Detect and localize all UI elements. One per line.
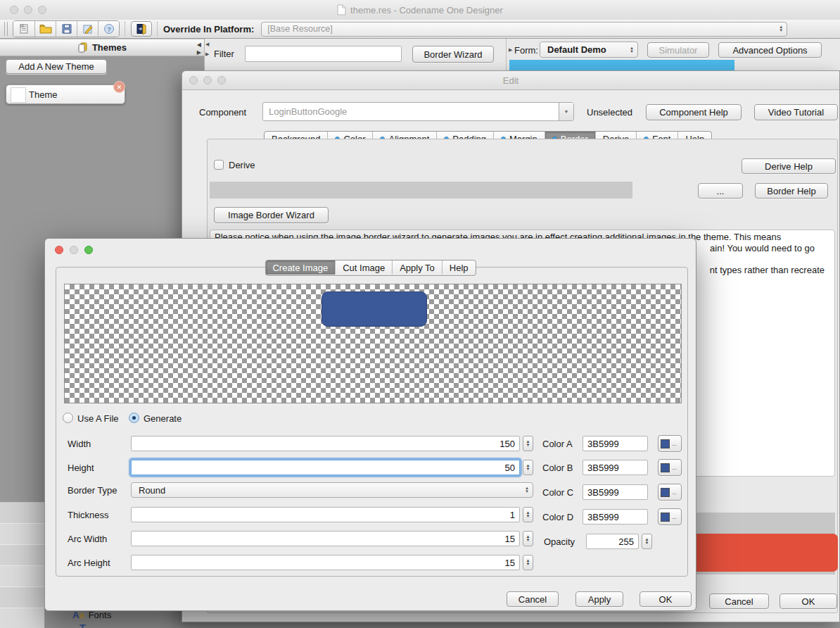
override-platform-select[interactable]: [Base Resource]	[261, 22, 787, 37]
edit-button[interactable]	[77, 21, 98, 37]
wizard-ok-button[interactable]: OK	[639, 591, 692, 607]
tab-scroll-arrows[interactable]: ◀ ▶	[197, 42, 201, 56]
wizard-cancel-label: Cancel	[518, 594, 547, 605]
theme-close-icon[interactable]	[113, 81, 125, 93]
color-d-picker-button[interactable]	[658, 508, 682, 525]
color-d-input[interactable]	[583, 509, 648, 525]
override-platform-value: [Base Resource]	[262, 24, 332, 34]
dialog-zoom-button[interactable]	[84, 246, 93, 254]
tab-cut-image[interactable]: Cut Image	[335, 260, 392, 275]
color-b-input[interactable]	[583, 460, 648, 475]
opacity-spinner[interactable]	[642, 534, 652, 549]
exit-button[interactable]	[131, 21, 152, 37]
add-new-theme-label: Add A New Theme	[18, 61, 94, 72]
form-stepper-icon	[626, 46, 637, 54]
arc-height-input[interactable]	[131, 555, 520, 570]
color-a-picker-button[interactable]	[658, 435, 682, 452]
theme-tab[interactable]: Theme	[6, 84, 125, 104]
color-a-label: Color A	[542, 439, 573, 449]
border-wizard-button[interactable]: Border Wizard	[412, 46, 494, 63]
border-type-stepper-icon	[521, 486, 533, 494]
component-dropdown-button[interactable]: ▼	[559, 103, 573, 120]
arc-width-label: Arc Width	[68, 534, 107, 544]
image-border-wizard-label: Image Border Wizard	[228, 210, 314, 220]
edit-titlebar: Edit	[182, 71, 839, 90]
toolbar-grip[interactable]	[4, 22, 8, 36]
table-row[interactable]	[0, 545, 44, 566]
image-border-wizard-button[interactable]: Image Border Wizard	[214, 207, 329, 223]
themes-icon	[77, 42, 88, 53]
video-tutorial-label: Video Tutorial	[768, 107, 824, 118]
dialog-close-button[interactable]	[55, 246, 63, 254]
form-label: Form:	[514, 45, 538, 56]
form-collapse-icon[interactable]: ▶	[509, 47, 512, 52]
tab-help[interactable]: Help	[442, 260, 476, 275]
video-tutorial-button[interactable]: Video Tutorial	[754, 104, 838, 120]
simulator-button[interactable]: Simulator	[647, 42, 709, 58]
border-help-button[interactable]: Border Help	[755, 183, 828, 199]
dialog-minimize-button[interactable]	[70, 246, 78, 254]
derive-checkbox[interactable]	[214, 160, 224, 170]
help-button[interactable]: ?	[98, 21, 119, 37]
use-a-file-radio[interactable]	[63, 413, 73, 423]
help-icon: ?	[103, 23, 115, 34]
color-a-swatch	[661, 439, 670, 448]
edit-cancel-button[interactable]: Cancel	[709, 594, 769, 609]
derive-checkbox-label: Derive	[229, 160, 255, 170]
arc-height-spinner[interactable]	[523, 555, 533, 570]
save-button[interactable]	[56, 21, 77, 37]
scroll-left-icon: ◀	[197, 42, 201, 48]
image-border-wizard-dialog: Create Image Cut Image Apply To Help Use…	[44, 238, 696, 611]
wizard-tab-bar: Create Image Cut Image Apply To Help	[265, 260, 476, 276]
height-input[interactable]	[131, 460, 520, 475]
height-spinner[interactable]	[523, 460, 533, 475]
toolbar-button-group: ?	[13, 20, 120, 37]
border-type-value: Round	[132, 485, 165, 496]
edit-ok-button[interactable]: OK	[779, 594, 837, 609]
collapse-right-icon[interactable]: ▶	[205, 51, 209, 56]
tab-apply-to[interactable]: Apply To	[392, 260, 442, 275]
width-spinner[interactable]	[523, 436, 533, 451]
color-c-input[interactable]	[583, 484, 648, 500]
main-toolbar: ? Override In Platform: [Base Resource]	[0, 20, 840, 39]
component-combobox[interactable]: LoginButtonGoogle ▼	[262, 102, 574, 121]
derive-help-button[interactable]: Derive Help	[742, 158, 836, 174]
color-c-swatch	[661, 488, 670, 497]
border-type-select[interactable]: Round	[131, 482, 533, 498]
filter-input[interactable]	[245, 46, 402, 62]
editor-top-strip: ◀ ▶ Filter Border Wizard ▶ Form: Default…	[204, 39, 840, 70]
wizard-cancel-button[interactable]: Cancel	[507, 591, 559, 607]
open-button[interactable]	[34, 21, 56, 37]
advanced-options-button[interactable]: Advanced Options	[718, 42, 822, 58]
new-document-icon	[18, 23, 30, 34]
form-select[interactable]: Default Demo	[540, 42, 638, 58]
document-icon	[337, 4, 346, 15]
tab-create-image[interactable]: Create Image	[265, 260, 335, 275]
table-row[interactable]	[0, 524, 44, 545]
table-row[interactable]	[0, 566, 44, 587]
thickness-input[interactable]	[131, 507, 520, 522]
edit-window-title: Edit	[503, 75, 518, 86]
generate-radio[interactable]	[129, 413, 139, 423]
color-c-picker-button[interactable]	[658, 484, 682, 501]
collapse-left-icon[interactable]: ◀	[205, 42, 209, 46]
new-document-button[interactable]	[13, 21, 34, 37]
opacity-input[interactable]	[586, 534, 639, 549]
component-help-button[interactable]: Component Help	[646, 104, 742, 120]
arc-width-spinner[interactable]	[523, 531, 533, 546]
arc-width-input[interactable]	[131, 531, 520, 546]
table-row[interactable]	[0, 608, 44, 628]
thickness-spinner[interactable]	[523, 507, 533, 522]
bottom-table[interactable]	[0, 502, 45, 628]
color-a-input[interactable]	[583, 436, 648, 451]
table-row[interactable]	[0, 503, 44, 524]
fonts-item[interactable]: Aa Fonts	[72, 610, 111, 620]
width-input[interactable]	[131, 436, 520, 451]
color-b-picker-button[interactable]	[658, 459, 682, 476]
border-ellipsis-button[interactable]: ...	[698, 183, 743, 199]
add-new-theme-button[interactable]: Add A New Theme	[6, 59, 107, 74]
image-preview-area	[64, 284, 682, 403]
wizard-apply-button[interactable]: Apply	[575, 591, 623, 607]
edit-ok-label: OK	[802, 596, 815, 607]
table-row[interactable]	[0, 587, 44, 608]
